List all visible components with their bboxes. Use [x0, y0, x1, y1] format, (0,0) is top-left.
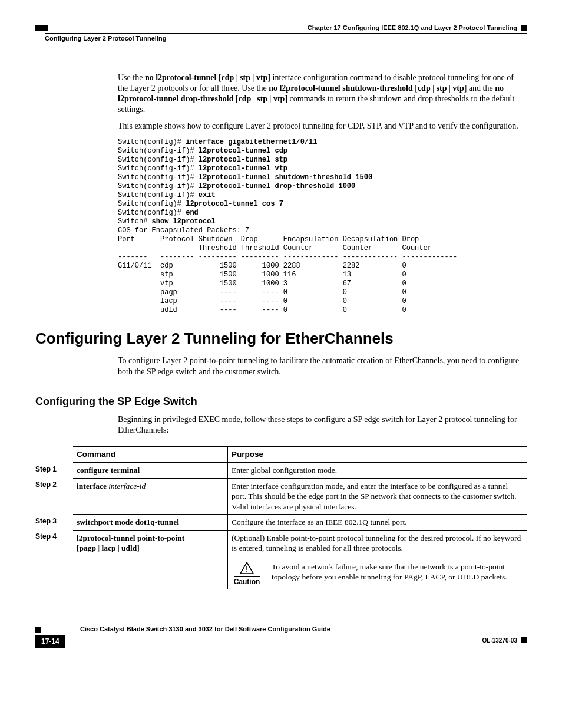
- col-command: Command: [73, 447, 228, 463]
- chapter-title: Chapter 17 Configuring IEEE 802.1Q and L…: [308, 24, 517, 32]
- step-label: Step 2: [35, 478, 73, 515]
- page-header: Chapter 17 Configuring IEEE 802.1Q and L…: [35, 24, 527, 32]
- purpose-cell: (Optional) Enable point-to-point protoco…: [228, 530, 527, 589]
- h1-paragraph: To configure Layer 2 point-to-point tunn…: [118, 355, 521, 377]
- footer-title: Cisco Catalyst Blade Switch 3130 and 303…: [45, 625, 527, 635]
- command-cell: switchport mode dot1q-tunnel: [73, 515, 228, 531]
- document-id: OL-13270-03: [482, 637, 517, 644]
- step-label: Step 3: [35, 515, 73, 531]
- table-row: Step 2 interface interface-id Enter inte…: [35, 478, 527, 515]
- page-number: 17-14: [35, 635, 65, 648]
- purpose-cell: Configure the interface as an IEEE 802.1…: [228, 515, 527, 531]
- caution-text: To avoid a network failure, make sure th…: [272, 562, 523, 582]
- purpose-cell: Enter interface configuration mode, and …: [228, 478, 527, 515]
- caution-block: Caution To avoid a network failure, make…: [232, 562, 523, 587]
- body-content: Use the no l2protocol-tunnel [cdp | stp …: [118, 73, 521, 315]
- section-title-header: Configuring Layer 2 Protocol Tunneling: [45, 33, 527, 42]
- page-footer: Cisco Catalyst Blade Switch 3130 and 303…: [35, 625, 527, 648]
- step-label: Step 4: [35, 530, 73, 589]
- footer-mark-right: [521, 637, 527, 643]
- caution-icon: [239, 562, 254, 575]
- table-row: Step 3 switchport mode dot1q-tunnel Conf…: [35, 515, 527, 531]
- command-cell: l2protocol-tunnel point-to-point [pagp |…: [73, 530, 228, 589]
- heading-1: Configuring Layer 2 Tunneling for EtherC…: [35, 329, 527, 349]
- step-label: Step 1: [35, 463, 73, 479]
- steps-table: Command Purpose Step 1 configure termina…: [35, 446, 527, 589]
- svg-point-1: [246, 571, 247, 572]
- caution-label: Caution: [234, 576, 260, 587]
- command-cell: configure terminal: [73, 463, 228, 479]
- paragraph-2: This example shows how to configure Laye…: [118, 121, 521, 131]
- table-row: Step 1 configure terminal Enter global c…: [35, 463, 527, 479]
- command-cell: interface interface-id: [73, 478, 228, 515]
- col-step: [35, 447, 73, 463]
- h2-paragraph: Beginning in privileged EXEC mode, follo…: [118, 414, 521, 436]
- header-mark-left: [35, 25, 48, 31]
- purpose-cell: Enter global configuration mode.: [228, 463, 527, 479]
- header-mark-left2: [35, 33, 41, 39]
- table-row: Step 4 l2protocol-tunnel point-to-point …: [35, 530, 527, 589]
- paragraph-1: Use the no l2protocol-tunnel [cdp | stp …: [118, 73, 521, 116]
- heading-2: Configuring the SP Edge Switch: [35, 395, 527, 409]
- code-block: Switch(config)# interface gigabitetherne…: [118, 138, 521, 315]
- col-purpose: Purpose: [228, 447, 527, 463]
- footer-mark: [35, 627, 41, 633]
- header-mark-right: [521, 25, 527, 31]
